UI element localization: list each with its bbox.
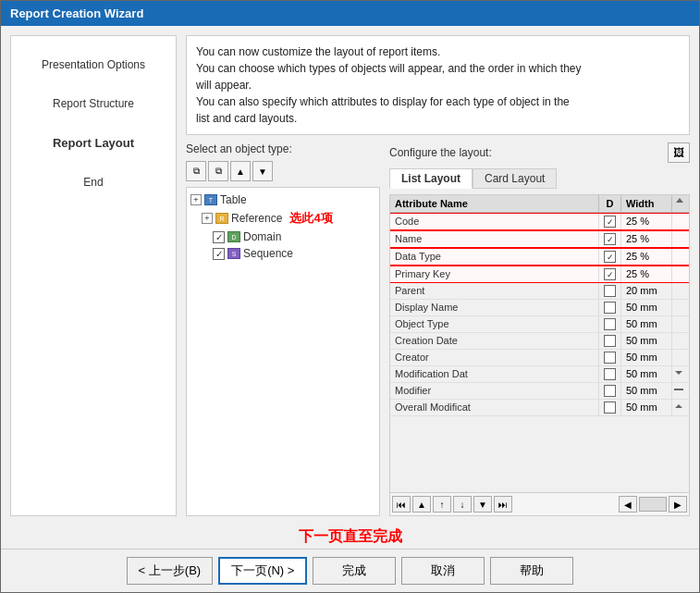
tree-item-reference[interactable]: + R Reference 选此4项 <box>190 208 375 229</box>
btn-next[interactable]: 下一页(N) > <box>218 557 307 585</box>
button-bar: < 上一步(B) 下一页(N) > 完成 取消 帮助 <box>1 549 699 592</box>
attr-scroll-name <box>672 231 689 247</box>
tbl-btn-down[interactable]: ↓ <box>453 496 472 513</box>
attr-scroll-code <box>672 214 689 229</box>
tab-list-layout[interactable]: List Layout <box>389 168 473 189</box>
cb-overallmodificat[interactable] <box>604 402 616 414</box>
cb-primarykey[interactable] <box>604 268 616 280</box>
attr-width-name: 25 % <box>621 231 672 247</box>
attr-name-parent: Parent <box>390 283 599 299</box>
attr-width-datatype: 25 % <box>621 249 672 265</box>
attr-row-displayname[interactable]: Display Name 50 mm <box>390 300 689 316</box>
layout-tabs: List Layout Card Layout <box>389 168 690 189</box>
attr-width-creationdate: 50 mm <box>621 333 672 349</box>
reference-icon: R <box>215 213 228 224</box>
configure-header: Configure the layout: 🖼 <box>389 142 690 163</box>
nav-end[interactable]: End <box>76 172 110 192</box>
cb-name[interactable] <box>604 233 616 245</box>
nav-structure[interactable]: Report Structure <box>45 93 141 114</box>
toolbar-btn-copy2[interactable]: ⧉ <box>208 161 228 181</box>
cb-creationdate[interactable] <box>604 335 616 347</box>
attr-d-code <box>599 214 621 229</box>
tab-card-layout[interactable]: Card Layout <box>473 168 557 189</box>
attr-table-toolbar: ⏮ ▲ ↑ ↓ ▼ ⏭ ◀ ▶ <box>390 492 689 515</box>
btn-prev[interactable]: < 上一步(B) <box>127 557 214 585</box>
toolbar-btn-copy1[interactable]: ⧉ <box>186 161 206 181</box>
tbl-btn-scroll-right[interactable]: ▶ <box>669 496 687 513</box>
attr-row-objecttype[interactable]: Object Type 50 mm <box>390 316 689 333</box>
tbl-btn-down2[interactable]: ▼ <box>473 496 492 513</box>
cb-modifier[interactable] <box>604 385 616 397</box>
nav-layout[interactable]: Report Layout <box>45 132 141 154</box>
desc-line5: list and card layouts. <box>196 112 297 125</box>
attr-scroll-displayname <box>672 300 689 315</box>
expand-icon-reference[interactable]: + <box>202 213 213 224</box>
title-label: Report Creation Wizard <box>10 6 143 20</box>
tbl-btn-up[interactable]: ▲ <box>412 496 431 513</box>
nav-presentation[interactable]: Presentation Options <box>34 55 153 75</box>
attr-width-displayname: 50 mm <box>621 300 672 315</box>
tree-item-table[interactable]: + T Table <box>190 191 375 208</box>
attr-row-modifier[interactable]: Modifier 50 mm <box>390 383 689 400</box>
attribute-table: Attribute Name D Width Code <box>389 194 690 516</box>
attr-row-creationdate[interactable]: Creation Date 50 mm <box>390 333 689 350</box>
title-bar: Report Creation Wizard <box>1 1 699 26</box>
toolbar-btn-down[interactable]: ▼ <box>252 161 273 181</box>
sequence-icon: S <box>227 248 240 259</box>
footer-annotation: 下一页直至完成 <box>1 525 699 549</box>
attr-d-parent <box>599 283 621 299</box>
btn-finish[interactable]: 完成 <box>313 557 396 585</box>
tree-item-domain[interactable]: D Domain <box>190 229 375 245</box>
tbl-btn-first[interactable]: ⏮ <box>392 496 411 513</box>
object-type-tree: + T Table + R Reference 选此4项 <box>186 187 380 516</box>
attr-row-creator[interactable]: Creator 50 mm <box>390 350 689 366</box>
attr-width-overallmodificat: 50 mm <box>621 400 672 415</box>
desc-line1: You can now customize the layout of repo… <box>196 45 440 58</box>
cb-parent[interactable] <box>604 285 616 297</box>
desc-line2: You can choose which types of objects wi… <box>196 62 581 75</box>
configure-icon-btn[interactable]: 🖼 <box>668 142 690 163</box>
attr-table-header: Attribute Name D Width <box>390 195 689 213</box>
btn-cancel[interactable]: 取消 <box>401 557 485 585</box>
tree-label-reference: Reference <box>231 212 282 225</box>
cb-objecttype[interactable] <box>604 318 616 330</box>
attr-row-modificationdat[interactable]: Modification Dat 50 mm <box>390 366 689 383</box>
attr-row-primarykey[interactable]: Primary Key 25 % <box>390 266 689 283</box>
domain-icon: D <box>227 231 240 242</box>
dialog-body: Presentation Options Report Structure Re… <box>1 26 699 525</box>
attr-scroll-objecttype <box>672 316 689 332</box>
header-width: Width <box>621 195 672 212</box>
attr-row-parent[interactable]: Parent 20 mm <box>390 283 689 300</box>
attr-scroll-modificationdat <box>672 366 689 382</box>
attr-row-datatype[interactable]: Data Type 25 % <box>390 248 689 266</box>
cb-creator[interactable] <box>604 352 616 364</box>
checkbox-domain[interactable] <box>213 231 225 243</box>
attr-d-creationdate <box>599 333 621 349</box>
attr-name-objecttype: Object Type <box>390 316 599 332</box>
tree-label-domain: Domain <box>243 230 281 243</box>
btn-help[interactable]: 帮助 <box>490 557 573 585</box>
tbl-btn-last[interactable]: ⏭ <box>494 496 512 513</box>
attr-scroll-modifier <box>672 383 689 399</box>
attr-row-code[interactable]: Code 25 % <box>390 213 689 230</box>
cb-datatype[interactable] <box>604 251 616 263</box>
expand-icon-table[interactable]: + <box>190 194 202 205</box>
header-attribute-name: Attribute Name <box>390 195 599 212</box>
tbl-btn-up2[interactable]: ↑ <box>433 496 451 513</box>
content-area: Select an object type: ⧉ ⧉ ▲ ▼ + T Table <box>186 142 690 516</box>
attr-d-overallmodificat <box>599 400 621 415</box>
attr-table-body: Code 25 % Name <box>390 213 689 492</box>
cb-code[interactable] <box>604 216 616 228</box>
attr-row-overallmodificat[interactable]: Overall Modificat 50 mm <box>390 400 689 416</box>
header-scroll <box>672 195 689 212</box>
tbl-btn-scroll-left[interactable]: ◀ <box>619 496 637 513</box>
attr-row-name[interactable]: Name 25 % <box>390 230 689 248</box>
attr-scroll-overallmodificat <box>672 400 689 415</box>
cb-modificationdat[interactable] <box>604 368 616 380</box>
cb-displayname[interactable] <box>604 302 616 314</box>
configure-label: Configure the layout: <box>389 146 492 159</box>
attr-name-primarykey: Primary Key <box>390 266 599 282</box>
toolbar-btn-up[interactable]: ▲ <box>230 161 251 181</box>
tree-item-sequence[interactable]: S Sequence <box>190 245 375 262</box>
checkbox-sequence[interactable] <box>213 248 225 260</box>
